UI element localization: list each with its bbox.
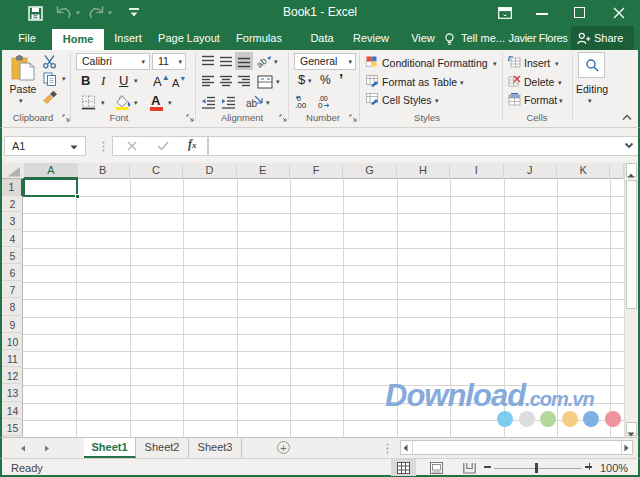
svg-text:0: 0 (318, 101, 323, 110)
svg-text:ab: ab (246, 98, 258, 109)
svg-text:ab: ab (257, 56, 269, 69)
svg-text:.00: .00 (295, 101, 307, 110)
